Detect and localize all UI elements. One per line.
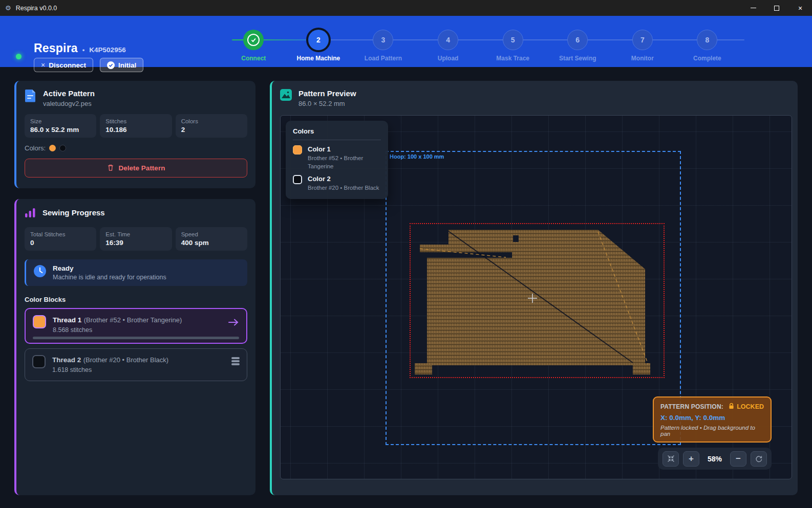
- step-circle-active[interactable]: 2: [308, 30, 329, 50]
- close-button[interactable]: ×: [788, 0, 812, 16]
- thread-1-progress-track: [33, 337, 239, 339]
- disconnect-button[interactable]: × Disconnect: [34, 58, 93, 72]
- pattern-position-overlay: PATTERN POSITION: LOCKED X: 0.0mm, Y: 0.…: [653, 396, 772, 443]
- stat-colors: Colors 2: [176, 114, 247, 138]
- thread-2-block[interactable]: Thread 2 (Brother #20 • Brother Black) 1…: [25, 348, 247, 381]
- stat-size: Size 86.0 x 52.2 mm: [25, 114, 96, 138]
- color-dot-black: [59, 145, 66, 151]
- colors-label: Colors:: [25, 144, 46, 152]
- initial-label: Initial: [118, 61, 136, 69]
- step-home-machine[interactable]: 2 Home Machine: [286, 16, 351, 62]
- color-blocks-label: Color Blocks: [16, 296, 255, 303]
- locked-label: LOCKED: [737, 403, 764, 410]
- pattern-coords: X: 0.0mm, Y: 0.0mm: [660, 414, 764, 422]
- status-title: Ready: [53, 264, 166, 272]
- delete-pattern-button[interactable]: Delete Pattern: [25, 159, 247, 178]
- zoom-out-button[interactable]: −: [730, 451, 746, 467]
- step-connect[interactable]: Connect: [221, 16, 286, 62]
- disconnect-label: Disconnect: [49, 61, 86, 69]
- brand: Respira • K4P502956: [34, 41, 126, 55]
- app-icon: ⚙: [5, 4, 11, 12]
- sewing-progress-card: Sewing Progress Total Stitches 0 Est. Ti…: [14, 199, 255, 495]
- step-complete[interactable]: 8 Complete: [675, 16, 740, 62]
- active-pattern-title: Active Pattern: [43, 89, 95, 98]
- color-dot-orange: [49, 145, 56, 151]
- pattern-preview-panel: Pattern Preview 86.0 × 52.2 mm: [270, 81, 798, 495]
- legend-color-2: Color 2 Brother #20 • Brother Black: [293, 175, 381, 192]
- check-circle-icon: [107, 61, 115, 69]
- preview-title: Pattern Preview: [298, 89, 356, 98]
- step-monitor[interactable]: 7 Monitor: [610, 16, 675, 62]
- layers-icon: [231, 357, 240, 365]
- step-circle-done[interactable]: [243, 30, 264, 50]
- zoom-controls: + 58% −: [658, 448, 772, 470]
- delete-pattern-label: Delete Pattern: [119, 164, 165, 172]
- zoom-in-button[interactable]: +: [683, 451, 699, 467]
- step-load-pattern[interactable]: 3 Load Pattern: [351, 16, 416, 62]
- stat-speed: Speed 400 spm: [176, 227, 247, 251]
- clock-icon: [33, 264, 47, 280]
- zoom-level: 58%: [703, 455, 726, 463]
- brand-separator: •: [82, 46, 85, 54]
- legend-title: Colors: [293, 127, 381, 135]
- active-pattern-card: Active Pattern valetudogv2.pes Size 86.0…: [14, 81, 255, 188]
- pattern-position-label: PATTERN POSITION:: [660, 403, 723, 410]
- connection-status-dot: [16, 54, 22, 59]
- initial-button[interactable]: Initial: [100, 58, 143, 72]
- preview-canvas[interactable]: Hoop: 100 x 100 mm Colors Color 1 Brothe…: [280, 115, 792, 479]
- trash-icon: [107, 164, 114, 173]
- step-upload[interactable]: 4 Upload: [416, 16, 481, 62]
- thread-1-swatch: [33, 315, 46, 328]
- legend-color-1: Color 1 Brother #52 • Brother Tangerine: [293, 145, 381, 170]
- window-titlebar: ⚙ Respira v0.0.0 ×: [0, 0, 812, 16]
- reset-view-button[interactable]: [751, 451, 767, 467]
- machine-serial: K4P502956: [89, 46, 125, 54]
- minimize-button[interactable]: [741, 0, 765, 16]
- pattern-lock-hint: Pattern locked • Drag background to pan: [660, 425, 764, 437]
- stat-est-time: Est. Time 16:39: [100, 227, 172, 251]
- legend-swatch-1: [293, 145, 302, 154]
- machine-status-box: Ready Machine is idle and ready for oper…: [25, 259, 247, 286]
- status-desc: Machine is idle and ready for operations: [53, 274, 166, 281]
- maximize-button[interactable]: [765, 0, 788, 16]
- step-start-sewing[interactable]: 6 Start Sewing: [545, 16, 610, 62]
- sewing-progress-title: Sewing Progress: [42, 208, 105, 217]
- image-icon: [280, 89, 292, 107]
- brand-name: Respira: [34, 41, 78, 55]
- step-mask-trace[interactable]: 5 Mask Trace: [480, 16, 545, 62]
- lock-icon: [729, 403, 734, 411]
- pattern-filename: valetudogv2.pes: [43, 100, 95, 107]
- window-title: Respira v0.0.0: [16, 5, 57, 12]
- preview-dims: 86.0 × 52.2 mm: [298, 100, 356, 107]
- arrow-right-icon: [228, 318, 239, 328]
- x-icon: ×: [41, 61, 45, 69]
- file-icon: [25, 89, 36, 104]
- wizard-stepper: Connect 2 Home Machine 3 Load Pattern 4 …: [221, 16, 743, 67]
- colors-legend: Colors Color 1 Brother #52 • Brother Tan…: [286, 121, 388, 199]
- hoop-label: Hoop: 100 x 100 mm: [390, 153, 444, 160]
- bar-chart-icon: [25, 207, 36, 220]
- thread-2-swatch: [32, 355, 46, 368]
- pattern-bounds: [410, 223, 665, 378]
- stat-total-stitches: Total Stitches 0: [25, 227, 96, 251]
- thread-1-block[interactable]: Thread 1 (Brother #52 • Brother Tangerin…: [25, 308, 247, 344]
- stat-stitches: Stitches 10.186: [100, 114, 172, 138]
- legend-swatch-2: [293, 175, 302, 184]
- app-header: Respira • K4P502956 × Disconnect Initial…: [0, 16, 812, 67]
- fit-view-button[interactable]: [663, 451, 679, 467]
